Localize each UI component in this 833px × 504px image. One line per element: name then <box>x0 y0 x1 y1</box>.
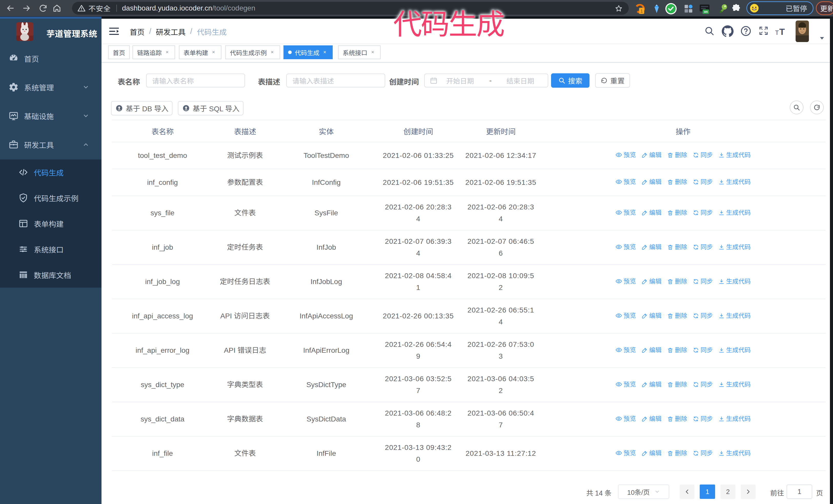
svg-text:1: 1 <box>641 9 643 13</box>
svg-text:T: T <box>775 29 779 36</box>
svg-text:on: on <box>704 10 708 14</box>
svg-text:T: T <box>780 27 785 37</box>
